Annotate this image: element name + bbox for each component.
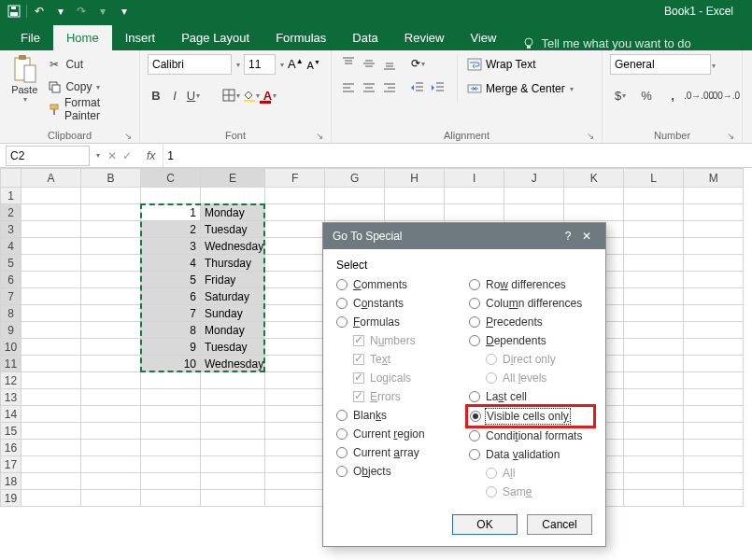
- cell[interactable]: 4: [141, 255, 201, 272]
- cell[interactable]: [21, 389, 81, 406]
- radio-visible-cells[interactable]: Visible cells only: [470, 407, 591, 426]
- cell[interactable]: [624, 288, 684, 305]
- cell[interactable]: [684, 490, 744, 507]
- cell[interactable]: [504, 204, 564, 221]
- cell[interactable]: 1: [141, 204, 201, 221]
- cell[interactable]: [624, 372, 684, 389]
- chevron-down-icon[interactable]: ▾: [23, 95, 27, 104]
- cell[interactable]: [21, 372, 81, 389]
- column-header[interactable]: G: [325, 169, 385, 188]
- cell[interactable]: [385, 204, 445, 221]
- cell[interactable]: [21, 305, 81, 322]
- cell[interactable]: [81, 288, 141, 305]
- cell[interactable]: [624, 440, 684, 456]
- column-header[interactable]: E: [201, 169, 265, 188]
- cell[interactable]: [445, 204, 504, 221]
- tab-insert[interactable]: Insert: [112, 25, 169, 50]
- row-header[interactable]: 12: [1, 372, 21, 389]
- row-header[interactable]: 14: [1, 406, 21, 423]
- column-header[interactable]: M: [684, 169, 744, 188]
- cell[interactable]: 9: [141, 339, 201, 356]
- dialog-launcher-icon[interactable]: ↘: [124, 131, 132, 141]
- radio-formulas[interactable]: Formulas: [336, 313, 460, 331]
- cell[interactable]: [201, 372, 265, 389]
- cell[interactable]: [684, 322, 744, 339]
- cell[interactable]: [684, 440, 744, 456]
- cell[interactable]: Tuesday: [201, 339, 265, 356]
- column-header[interactable]: B: [81, 169, 141, 188]
- merge-center-button[interactable]: Merge & Center▾: [467, 78, 574, 99]
- cell[interactable]: [265, 238, 325, 255]
- percent-format-button[interactable]: %: [636, 86, 657, 105]
- cell[interactable]: [265, 188, 325, 204]
- row-header[interactable]: 11: [1, 356, 21, 372]
- radio-row-diff[interactable]: Row differences: [469, 275, 592, 294]
- radio-dependents[interactable]: Dependents: [469, 331, 592, 350]
- cell[interactable]: [141, 440, 201, 456]
- cell[interactable]: [141, 406, 201, 423]
- cell[interactable]: [201, 456, 265, 473]
- cell[interactable]: [265, 473, 325, 490]
- cell[interactable]: [265, 490, 325, 507]
- radio-precedents[interactable]: Precedents: [469, 313, 592, 331]
- redo-dropdown-icon[interactable]: ▾: [94, 3, 111, 20]
- align-middle-icon[interactable]: [360, 54, 378, 73]
- tell-me-search[interactable]: Tell me what you want to do: [522, 36, 690, 50]
- column-header[interactable]: K: [564, 169, 624, 188]
- cell[interactable]: [21, 188, 81, 204]
- align-center-icon[interactable]: [360, 78, 378, 97]
- cell[interactable]: [684, 423, 744, 440]
- cell[interactable]: [141, 372, 201, 389]
- cell[interactable]: [624, 456, 684, 473]
- cell[interactable]: [21, 255, 81, 272]
- cell[interactable]: [201, 188, 265, 204]
- tab-home[interactable]: Home: [53, 25, 112, 50]
- align-right-icon[interactable]: [380, 78, 399, 97]
- chevron-down-icon[interactable]: ▾: [280, 61, 284, 69]
- row-header[interactable]: 13: [1, 389, 21, 406]
- font-name-input[interactable]: [148, 54, 232, 75]
- cell[interactable]: Saturday: [201, 288, 265, 305]
- cell[interactable]: [81, 204, 141, 221]
- increase-font-icon[interactable]: A▲: [288, 57, 304, 71]
- tab-page-layout[interactable]: Page Layout: [168, 25, 262, 50]
- fx-icon[interactable]: fx: [147, 149, 155, 162]
- cell[interactable]: [141, 423, 201, 440]
- undo-icon[interactable]: ↶: [31, 3, 48, 20]
- cell[interactable]: Wednesday: [201, 238, 265, 255]
- cell[interactable]: Wednesday: [201, 356, 265, 372]
- row-header[interactable]: 16: [1, 440, 21, 456]
- cell[interactable]: [265, 406, 325, 423]
- decrease-indent-icon[interactable]: [408, 78, 427, 97]
- cell[interactable]: [684, 473, 744, 490]
- cell[interactable]: [81, 221, 141, 238]
- column-header[interactable]: I: [445, 169, 504, 188]
- radio-data-validation[interactable]: Data validation: [469, 445, 592, 464]
- cell[interactable]: Sunday: [201, 305, 265, 322]
- radio-cond-formats[interactable]: Conditional formats: [469, 427, 592, 445]
- paste-button[interactable]: Paste ▾: [7, 54, 41, 104]
- cell[interactable]: [624, 389, 684, 406]
- cell[interactable]: [325, 188, 385, 204]
- cell[interactable]: [684, 255, 744, 272]
- row-header[interactable]: 7: [1, 288, 21, 305]
- cell[interactable]: [21, 473, 81, 490]
- cell[interactable]: [81, 389, 141, 406]
- cell[interactable]: [684, 305, 744, 322]
- cell[interactable]: [624, 204, 684, 221]
- column-header[interactable]: L: [624, 169, 684, 188]
- radio-objects[interactable]: Objects: [336, 462, 460, 481]
- cell[interactable]: 7: [141, 305, 201, 322]
- row-header[interactable]: 9: [1, 322, 21, 339]
- align-left-icon[interactable]: [339, 78, 358, 97]
- increase-indent-icon[interactable]: [429, 78, 447, 97]
- cell[interactable]: [81, 473, 141, 490]
- cell[interactable]: Friday: [201, 272, 265, 288]
- enter-formula-icon[interactable]: ✓: [122, 149, 132, 162]
- cell[interactable]: [81, 406, 141, 423]
- radio-col-diff[interactable]: Column differences: [469, 294, 592, 313]
- cell[interactable]: [624, 221, 684, 238]
- row-header[interactable]: 8: [1, 305, 21, 322]
- cell[interactable]: [141, 473, 201, 490]
- cell[interactable]: [141, 490, 201, 507]
